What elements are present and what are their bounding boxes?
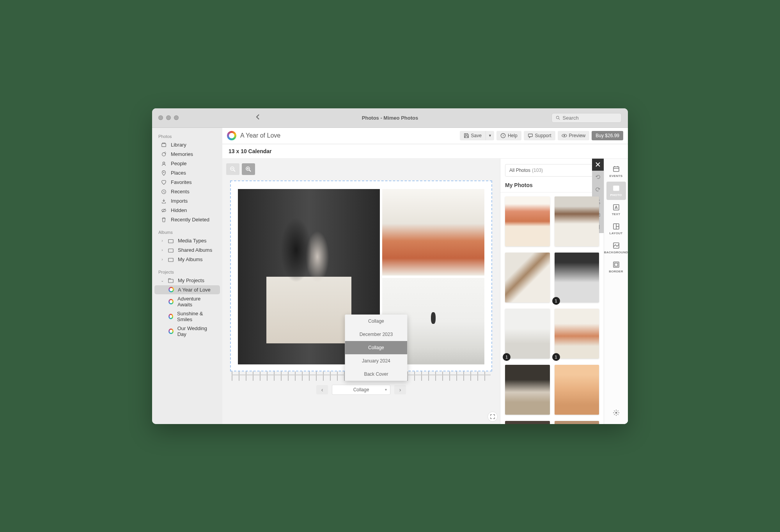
sidebar-item-media-types[interactable]: ›Media Types (152, 236, 222, 246)
tab-events[interactable]: EVENTS (606, 163, 626, 181)
sidebar-item-label: A Year of Love (178, 287, 211, 293)
settings-button[interactable] (613, 409, 620, 418)
border-icon (613, 261, 620, 268)
photo-thumbnail[interactable] (505, 196, 550, 246)
zoom-out-button[interactable] (226, 163, 239, 175)
sidebar-item-memories[interactable]: Memories (152, 150, 222, 159)
page-option[interactable]: December 2023 (345, 328, 407, 341)
save-button[interactable]: Save (460, 131, 486, 140)
minimize-window-button[interactable] (166, 115, 171, 120)
zoom-controls (226, 163, 496, 175)
tab-text[interactable]: ATEXT (606, 201, 626, 219)
folder-icon (168, 277, 174, 284)
tab-background[interactable]: BACKGROUND (606, 239, 626, 257)
back-button[interactable] (255, 114, 260, 122)
help-icon: ? (500, 133, 506, 138)
preview-label: Preview (569, 133, 586, 138)
sidebar-item-shared-albums[interactable]: ›Shared Albums (152, 246, 222, 255)
sidebar-item-people[interactable]: People (152, 159, 222, 168)
sidebar-item-label: My Albums (178, 256, 203, 262)
sidebar-project-sunshine-&-smiles[interactable]: Sunshine & Smiles (154, 309, 220, 324)
sidebar-project-our-wedding-day[interactable]: Our Wedding Day (154, 324, 220, 339)
support-button[interactable]: Support (524, 131, 555, 140)
photo-thumbnail[interactable] (505, 365, 550, 415)
photo-thumbnail[interactable] (555, 365, 599, 415)
svg-rect-10 (168, 239, 173, 243)
page-option[interactable]: Collage (345, 341, 407, 354)
svg-rect-12 (168, 258, 173, 262)
photo-thumbnail[interactable]: 1 (555, 253, 599, 302)
page-option[interactable]: Collage (345, 315, 407, 328)
tab-layout[interactable]: LAYOUT (606, 220, 626, 238)
page-option[interactable]: Back Cover (345, 368, 407, 381)
save-label: Save (471, 133, 482, 138)
prev-page-button[interactable]: ‹ (316, 385, 328, 394)
help-label: Help (508, 133, 518, 138)
sidebar-item-recents[interactable]: Recents (152, 187, 222, 196)
tab-border[interactable]: BORDER (606, 258, 626, 276)
app-window: Photos - Mimeo Photos Photos LibraryMemo… (152, 108, 628, 424)
zoom-in-button[interactable] (242, 163, 255, 175)
photo-slot-top-right[interactable] (382, 189, 484, 276)
save-dropdown-button[interactable]: ▼ (486, 131, 494, 140)
close-panel-button[interactable] (592, 159, 604, 171)
svg-point-0 (556, 116, 559, 119)
redo-button[interactable] (592, 183, 604, 196)
photo-thumbnail[interactable]: 1 (505, 309, 550, 359)
sidebar-item-favorites[interactable]: Favorites (152, 178, 222, 187)
sidebar-item-imports[interactable]: Imports (152, 196, 222, 206)
gear-icon (613, 409, 620, 416)
eye-icon (562, 133, 567, 138)
fit-to-screen-button[interactable] (488, 412, 498, 422)
photo-thumbnail[interactable] (555, 421, 599, 424)
photo-thumbnail[interactable] (505, 253, 550, 302)
sidebar-item-my-projects[interactable]: ⌄ My Projects (152, 276, 222, 285)
photo-source-dropdown[interactable]: All Photos (103) (505, 164, 599, 177)
tab-photo[interactable]: PHOTO (606, 182, 626, 200)
project-icon (168, 287, 174, 292)
search-input[interactable] (563, 115, 617, 121)
chevron-right-icon: › (161, 239, 164, 243)
page-select-dropdown[interactable]: Collage (332, 385, 390, 395)
sidebar-item-my-albums[interactable]: ›My Albums (152, 255, 222, 264)
next-page-button[interactable]: › (394, 385, 406, 394)
sidebar-item-places[interactable]: Places (152, 168, 222, 178)
svg-point-5 (163, 162, 165, 164)
close-window-button[interactable] (158, 115, 163, 120)
page-option[interactable]: January 2024 (345, 354, 407, 368)
sidebar-item-label: Imports (171, 198, 188, 204)
sidebar-item-hidden[interactable]: Hidden (152, 206, 222, 215)
sidebar-project-a-year-of-love[interactable]: A Year of Love (154, 285, 220, 294)
undo-button[interactable] (592, 171, 604, 183)
svg-text:A: A (614, 205, 617, 210)
maximize-window-button[interactable] (174, 115, 179, 120)
svg-rect-13 (168, 279, 173, 283)
photos-panel: All Photos (103) My Photos 111 (500, 159, 604, 424)
folder-icon (168, 256, 174, 263)
save-button-group: Save ▼ (460, 131, 494, 140)
photo-thumbnail[interactable] (505, 421, 550, 424)
sidebar-item-recently-deleted[interactable]: Recently Deleted (152, 215, 222, 224)
sidebar-item-label: Recents (171, 189, 190, 194)
traffic-lights (152, 115, 179, 120)
photo-icon (613, 185, 620, 192)
sidebar-item-library[interactable]: Library (152, 140, 222, 150)
svg-rect-11 (168, 249, 173, 252)
search-field[interactable] (551, 113, 622, 123)
sidebar-project-adventure-awaits[interactable]: Adventure Awaits (154, 294, 220, 309)
preview-button[interactable]: Preview (558, 131, 590, 140)
svg-point-50 (615, 412, 617, 414)
help-button[interactable]: ?Help (496, 131, 521, 140)
photo-thumbnail[interactable] (555, 196, 599, 246)
tab-label: BORDER (609, 270, 623, 273)
main-area: A Year of Love Save ▼ ?Help Support Prev… (222, 128, 628, 424)
sidebar-item-label: Memories (171, 151, 193, 157)
search-icon (556, 115, 560, 120)
page-select-popup: CollageDecember 2023CollageJanuary 2024B… (345, 315, 407, 381)
clock-icon (161, 189, 167, 195)
photo-thumbnail[interactable]: 1 (555, 309, 599, 359)
chevron-right-icon: › (161, 257, 164, 262)
buy-button[interactable]: Buy $26.99 (592, 131, 623, 140)
project-icon (227, 131, 236, 140)
people-icon (161, 161, 167, 167)
